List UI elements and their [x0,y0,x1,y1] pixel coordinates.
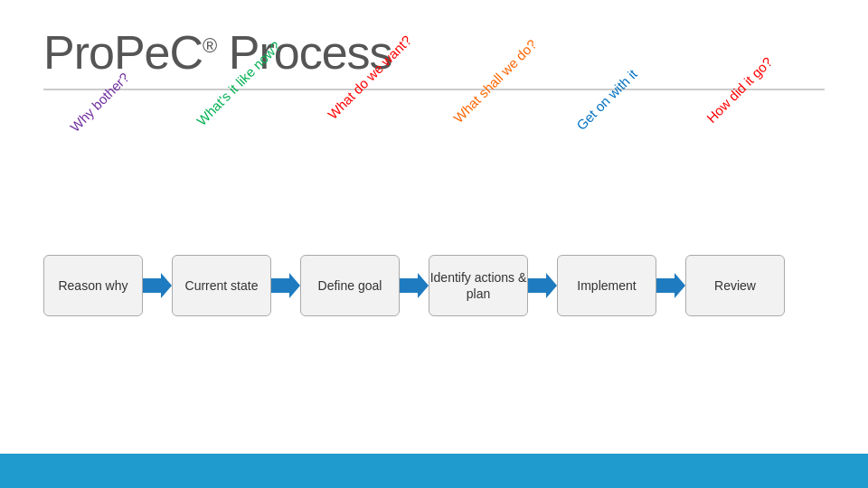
step-implement-label: Implement [577,277,636,294]
svg-marker-0 [143,273,172,298]
step-review-label: Review [714,277,756,294]
step-reason-why-label: Reason why [58,277,127,294]
step-current-state: Current state [172,255,271,316]
arrow-1 [143,273,172,298]
step-define-goal: Define goal [300,255,400,316]
arrow-4 [528,273,557,298]
svg-marker-4 [656,273,685,298]
step-current-state-label: Current state [185,277,259,294]
step-reason-why: Reason why [43,255,143,316]
header: ProPeC® Process [0,0,868,89]
trademark: ® [203,34,216,57]
arrow-2 [271,273,300,298]
step-identify-actions: Identify actions & plan [429,255,528,316]
svg-marker-1 [271,273,300,298]
diagram-area: Why bother? What's it like now? What do … [43,90,825,361]
arrow-5 [656,273,685,298]
svg-marker-3 [528,273,557,298]
svg-marker-2 [400,273,429,298]
step-implement: Implement [557,255,656,316]
step-review: Review [685,255,785,316]
flow-row: Reason why Current state Define goal Ide… [43,255,825,316]
step-identify-actions-label: Identify actions & plan [429,269,527,302]
bottom-bar [0,454,868,488]
arrow-3 [400,273,429,298]
step-define-goal-label: Define goal [318,277,382,294]
page-title: ProPeC® Process [43,25,825,80]
